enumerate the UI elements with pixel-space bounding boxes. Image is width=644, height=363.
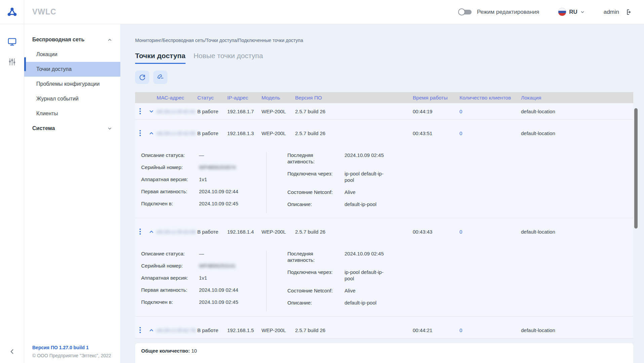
chevron-up-icon [107,37,112,42]
detail-label: Последняя активность: [287,250,338,263]
detail-value: 2024.10.09 02:44 [199,188,238,195]
disconnect-ap-button[interactable] [153,71,167,84]
cell-uptime: 00:44:21 [413,327,459,333]
row-collapse-icon[interactable] [149,327,154,333]
chevron-down-icon [580,10,585,14]
cell-clients-link[interactable]: 0 [459,109,521,114]
sidebar-item-event-log[interactable]: Журнал событий [24,91,120,106]
version-link[interactable]: Версия ПО 1.27.0 build 1 [32,345,120,350]
row-expand-icon[interactable] [149,109,154,114]
total-count-label: Общее количество: [141,348,190,354]
cell-status: В работе [197,229,227,235]
detail-value: ip-pool default-ip-pool [345,170,387,183]
main-content: Мониторинг/Беспроводная сеть/Точки досту… [120,24,644,363]
sidebar-group-system-label: Система [32,125,55,131]
sidebar-item-config-problems[interactable]: Проблемы конфигурации [24,77,120,91]
cell-ip: 192.168.1.5 [227,327,261,333]
cell-model: WEP-200L [261,229,295,235]
sidebar-item-access-points[interactable]: Точки доступа [24,62,120,77]
cell-fw: 2.5.7 build 26 [295,327,413,333]
row-collapse-icon[interactable] [149,229,154,235]
row-menu-icon[interactable] [138,326,142,334]
tab-access-points[interactable]: Точки доступа [135,52,186,64]
wifi-minus-icon [157,74,164,81]
header-location: Локация [521,95,633,101]
detail-label: Серийный номер: [141,263,199,269]
language-selector[interactable]: RU [558,8,585,16]
table-header: МАС-адрес Статус IP-адрес Модель Версия … [135,92,633,103]
cell-clients-link[interactable]: 0 [459,130,521,136]
top-bar-controls: Режим редактирования RU admin [458,8,644,16]
tabs: Точки доступа Новые точки доступа [135,52,644,64]
header-model: Модель [261,95,295,101]
sidebar-menu: Беспроводная сеть Локации Точки доступа … [24,24,120,363]
app-logo[interactable] [0,0,24,24]
detail-value-serial: WP4B56253141 [199,263,236,269]
detail-label: Подключен в: [141,299,199,305]
cell-model: WEP-200L [261,109,295,114]
network-nodes-icon [7,7,17,17]
detail-value: Alive [345,287,387,294]
row-details-panel: Описание статуса:— Серийный номер:WP4B56… [135,141,633,218]
detail-value: default-ip-pool [345,201,387,207]
copyright: © ООО Предприятие "Элтекс", 2022 [32,353,120,358]
cell-clients-link[interactable]: 0 [459,229,521,235]
detail-value: 1v1 [199,176,207,183]
table-row[interactable]: e8:28:c1:0f:42:41 В работе 192.168.1.7 W… [135,103,633,119]
nav-settings[interactable] [5,54,19,69]
detail-value: — [199,250,204,257]
tab-new-access-points[interactable]: Новые точки доступа [194,52,263,63]
detail-value: 2024.10.09 02:44 [199,287,238,293]
toggle-knob [458,8,465,15]
cell-fw: 2.5.7 build 26 [295,109,413,114]
row-menu-icon[interactable] [138,228,142,236]
active-section-indicator [24,57,26,71]
table-row-group: e8:28:c1:0f:42:55 В работе 192.168.1.3 W… [135,120,633,218]
sidebar-item-locations[interactable]: Локации [24,47,120,62]
cell-uptime: 00:44:19 [413,109,459,114]
sidebar-collapse-button[interactable] [5,345,19,358]
row-collapse-icon[interactable] [149,130,154,136]
detail-label: Серийный номер: [141,164,199,170]
edit-mode-toggle[interactable] [458,8,472,16]
sidebar-footer: Версия ПО 1.27.0 build 1 © ООО Предприят… [24,345,120,363]
cell-ip: 192.168.1.4 [227,229,261,235]
cell-mac: e8:28:c1:0f:42:78 [157,327,197,333]
cell-ip: 192.168.1.3 [227,130,261,136]
table-row[interactable]: e8:28:c1:0f:42:69 В работе 192.168.1.4 W… [135,224,633,240]
detail-label: Описание: [287,201,338,207]
detail-value: ip-pool default-ip-pool [345,269,387,282]
table-row-group: e8:28:c1:0f:42:78 В работе 192.168.1.5 W… [135,317,633,338]
chevron-down-icon [107,126,112,131]
cell-fw: 2.5.7 build 26 [295,229,413,235]
detail-value-serial: WP4B56253574 [199,164,236,170]
edit-mode-label: Режим редактирования [477,9,539,15]
username: admin [604,9,619,15]
row-menu-icon[interactable] [138,107,142,115]
detail-value: 2024.10.09 02:45 [199,200,238,207]
nav-monitoring[interactable] [5,34,19,49]
detail-value: 1v1 [199,275,207,281]
table-row-group: e8:28:c1:0f:42:69 В работе 192.168.1.4 W… [135,218,633,317]
detail-value: Alive [345,189,387,195]
row-details-panel: Описание статуса:— Серийный номер:WP4B56… [135,240,633,316]
cell-mac: e8:28:c1:0f:42:55 [157,130,197,136]
sidebar-group-wireless[interactable]: Беспроводная сеть [24,32,120,47]
cell-clients-link[interactable]: 0 [459,327,521,333]
table-row[interactable]: e8:28:c1:0f:42:78 В работе 192.168.1.5 W… [135,322,633,338]
edit-mode-control[interactable]: Режим редактирования [458,8,539,16]
cell-ip: 192.168.1.7 [227,109,261,114]
table-row[interactable]: e8:28:c1:0f:42:55 В работе 192.168.1.3 W… [135,125,633,141]
sidebar-group-system[interactable]: Система [24,121,120,136]
detail-label: Состояние Netconf: [287,287,338,294]
detail-label: Состояние Netconf: [287,189,338,195]
sliders-icon [8,57,16,66]
user-menu[interactable]: admin [604,8,631,16]
scrollbar-thumb[interactable] [634,108,638,229]
refresh-button[interactable] [135,71,149,84]
sidebar-item-clients[interactable]: Клиенты [24,106,120,121]
row-menu-icon[interactable] [138,129,142,137]
cell-location: default-location [521,130,633,136]
detail-label: Описание статуса: [141,152,199,158]
logout-icon[interactable] [623,8,631,16]
